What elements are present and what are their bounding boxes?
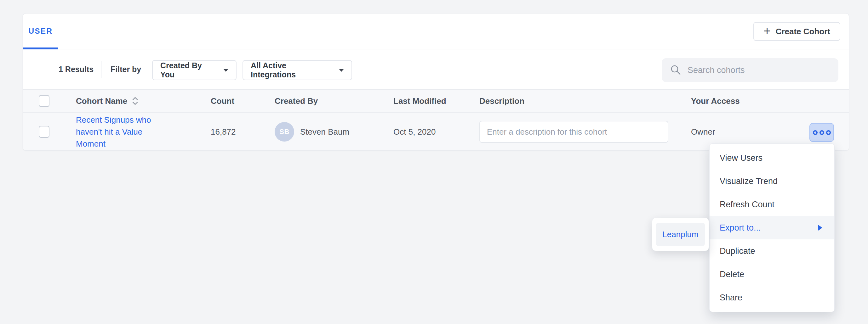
avatar: SB — [275, 122, 294, 142]
filter-bar: 1 Results Filter by Created By You All A… — [23, 49, 849, 89]
menu-item-delete[interactable]: Delete — [710, 263, 834, 286]
ellipsis-icon — [813, 130, 817, 135]
row-checkbox[interactable] — [39, 126, 50, 138]
create-cohort-button[interactable]: + Create Cohort — [753, 22, 840, 41]
results-count: 1 Results — [59, 49, 94, 89]
integrations-dropdown-value: All Active Integrations — [251, 61, 333, 79]
integrations-dropdown[interactable]: All Active Integrations — [243, 60, 352, 80]
sort-icon[interactable] — [132, 96, 138, 106]
menu-item-label: Duplicate — [720, 246, 755, 256]
cohort-count: 16,872 — [211, 113, 236, 151]
column-header-last-modified: Last Modified — [393, 89, 446, 112]
menu-item-visualize-trend[interactable]: Visualize Trend — [710, 170, 834, 193]
menu-item-label: Delete — [720, 269, 744, 279]
submenu-item-leanplum[interactable]: Leanplum — [656, 223, 705, 246]
create-cohort-label: Create Cohort — [776, 27, 830, 36]
plus-icon: + — [764, 25, 770, 37]
search-box[interactable] — [662, 58, 838, 82]
tab-user[interactable]: USER — [23, 13, 58, 49]
menu-item-view-users[interactable]: View Users — [710, 146, 834, 170]
row-actions-menu: View Users Visualize Trend Refresh Count… — [709, 143, 835, 312]
menu-item-share[interactable]: Share — [710, 286, 834, 309]
last-modified-date: Oct 5, 2020 — [393, 113, 436, 151]
menu-item-export-to[interactable]: Export to... — [710, 216, 834, 239]
column-header-count: Count — [211, 89, 234, 112]
menu-item-label: Visualize Trend — [720, 177, 778, 186]
menu-item-label: Refresh Count — [720, 200, 774, 210]
creator-name: Steven Baum — [300, 127, 349, 137]
ellipsis-icon — [819, 130, 824, 135]
column-header-cohort-name[interactable]: Cohort Name — [76, 89, 138, 112]
column-header-your-access: Your Access — [691, 89, 740, 112]
ellipsis-icon — [826, 130, 831, 135]
search-icon — [670, 64, 682, 76]
cohorts-card: USER + Create Cohort 1 Results Filter by… — [23, 13, 849, 151]
export-submenu: Leanplum — [652, 218, 709, 251]
tab-bar: USER + Create Cohort — [23, 13, 849, 49]
menu-item-duplicate[interactable]: Duplicate — [710, 239, 834, 263]
select-all-checkbox[interactable] — [39, 95, 50, 107]
menu-item-label: Share — [720, 293, 742, 302]
created-by-cell: SB Steven Baum — [275, 113, 349, 151]
filter-divider — [101, 61, 101, 78]
tab-user-label: USER — [29, 27, 53, 36]
menu-item-refresh-count[interactable]: Refresh Count — [710, 193, 834, 216]
created-by-dropdown[interactable]: Created By You — [152, 60, 237, 80]
filter-by-label: Filter by — [111, 49, 141, 89]
submenu-arrow-icon — [818, 225, 822, 230]
chevron-down-icon — [223, 69, 228, 72]
column-header-description: Description — [479, 89, 524, 112]
description-input[interactable] — [479, 121, 668, 143]
chevron-down-icon — [339, 69, 344, 72]
column-header-created-by: Created By — [275, 89, 318, 112]
row-actions-button[interactable] — [809, 123, 834, 142]
table-header: Cohort Name Count Created By Last Modifi… — [23, 89, 849, 113]
cohort-name-link[interactable]: Recent Signups who haven't hit a Value M… — [76, 114, 159, 150]
cohort-name-header-label: Cohort Name — [76, 96, 127, 106]
menu-item-label: View Users — [720, 153, 763, 163]
search-input[interactable] — [687, 65, 830, 75]
created-by-dropdown-value: Created By You — [160, 61, 217, 79]
menu-item-label: Export to... — [720, 223, 761, 233]
